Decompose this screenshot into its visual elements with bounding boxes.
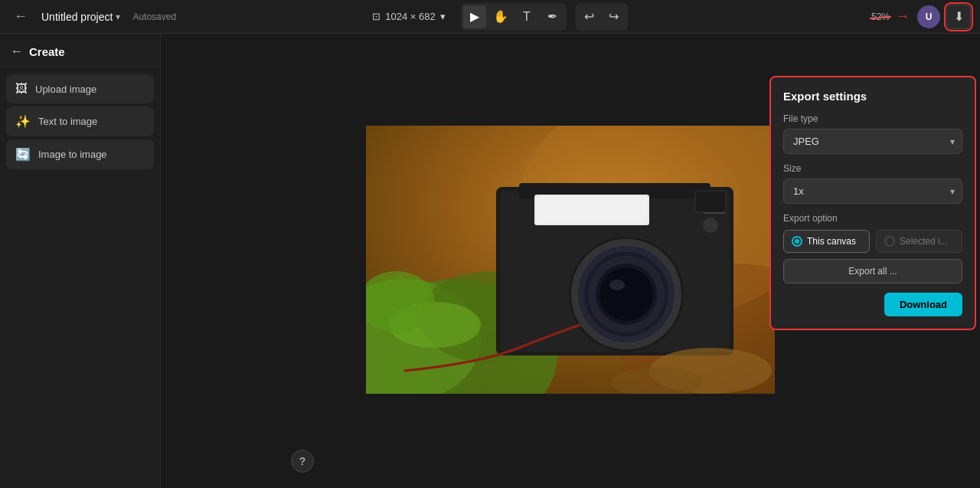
- size-select-wrapper: 0.5x 1x 2x 3x 4x ▾: [783, 178, 962, 204]
- topbar: ← Untitled project ▾ Autosaved ⊡ 1024 × …: [0, 0, 980, 34]
- image-to-image-label: Image to image: [38, 149, 107, 160]
- export-icon-button[interactable]: ⬇: [946, 5, 971, 29]
- topbar-center: ⊡ 1024 × 682 ▾ ▶ ✋ T ✒ ↩ ↪: [182, 3, 812, 31]
- history-group: ↩ ↪: [576, 3, 628, 31]
- arrow-right-icon: →: [896, 8, 910, 25]
- redo-button[interactable]: ↪: [603, 5, 626, 28]
- sidebar-header: ← Create: [0, 34, 160, 67]
- svg-rect-25: [695, 191, 726, 212]
- sidebar-header-label: Create: [29, 45, 65, 58]
- this-canvas-radio-icon: [792, 236, 802, 247]
- text-icon: T: [523, 10, 531, 24]
- file-type-select-wrapper: JPEG PNG WebP SVG ▾: [783, 129, 962, 154]
- sidebar-item-text-to-image[interactable]: ✨ Text to image: [6, 106, 154, 136]
- topbar-right: 52% → U ⬇: [818, 5, 971, 29]
- export-panel: Export settings File type JPEG PNG WebP …: [769, 76, 976, 330]
- zoom-level: 52%: [871, 11, 890, 22]
- resize-icon: ⊡: [372, 11, 381, 22]
- svg-rect-24: [703, 218, 718, 233]
- sidebar-item-image-to-image[interactable]: 🔄 Image to image: [6, 139, 154, 169]
- this-canvas-option[interactable]: This canvas: [783, 230, 870, 253]
- selected-label: Selected i...: [900, 236, 948, 247]
- undo-button[interactable]: ↩: [578, 5, 601, 28]
- autosaved-status: Autosaved: [132, 11, 176, 22]
- pan-icon: ✋: [493, 9, 508, 24]
- file-type-select[interactable]: JPEG PNG WebP SVG: [783, 129, 962, 154]
- canvas-image-container: [366, 126, 775, 396]
- back-button[interactable]: ←: [9, 5, 32, 28]
- download-label: Download: [900, 299, 947, 310]
- export-footer: Download: [783, 293, 962, 316]
- topbar-left: ← Untitled project ▾ Autosaved: [9, 5, 176, 28]
- pen-tool-button[interactable]: ✒: [541, 5, 564, 28]
- upload-image-icon: 🖼: [15, 82, 28, 96]
- avatar-initials: U: [926, 11, 933, 22]
- upload-image-label: Upload image: [35, 84, 96, 95]
- sidebar-item-upload-image[interactable]: 🖼 Upload image: [6, 74, 154, 103]
- pen-icon: ✒: [547, 9, 557, 24]
- size-label: Size: [783, 163, 962, 174]
- export-options-row: This canvas Selected i...: [783, 230, 962, 253]
- export-panel-title: Export settings: [783, 90, 962, 103]
- back-icon: ←: [14, 8, 28, 25]
- canvas-image: [366, 126, 775, 394]
- sidebar-items: 🖼 Upload image ✨ Text to image 🔄 Image t…: [0, 67, 160, 177]
- svg-point-21: [609, 280, 625, 290]
- create-back-icon: ←: [11, 44, 23, 58]
- tool-group: ▶ ✋ T ✒: [461, 3, 567, 31]
- export-all-button[interactable]: Export all ...: [783, 259, 962, 283]
- svg-rect-13: [536, 196, 648, 224]
- project-title-text: Untitled project: [41, 11, 113, 23]
- project-title-button[interactable]: Untitled project ▾: [37, 8, 125, 26]
- selected-option[interactable]: Selected i...: [876, 230, 962, 253]
- text-to-image-label: Text to image: [38, 116, 97, 127]
- file-type-label: File type: [783, 113, 962, 124]
- redo-icon: ↪: [609, 9, 619, 24]
- svg-point-20: [599, 267, 653, 321]
- size-select[interactable]: 0.5x 1x 2x 3x 4x: [783, 178, 962, 204]
- canvas-size-chevron-icon: ▾: [440, 11, 446, 22]
- text-to-image-icon: ✨: [15, 114, 31, 129]
- export-option-label: Export option: [783, 213, 962, 224]
- project-chevron-icon: ▾: [116, 11, 120, 22]
- pan-tool-button[interactable]: ✋: [489, 5, 512, 28]
- export-all-label: Export all ...: [848, 266, 897, 277]
- this-canvas-label: This canvas: [807, 236, 856, 247]
- user-avatar-button[interactable]: U: [917, 5, 940, 28]
- canvas-size-label: 1024 × 682: [385, 11, 435, 22]
- undo-icon: ↩: [584, 9, 594, 24]
- main-content: ← Create 🖼 Upload image ✨ Text to image …: [0, 34, 980, 488]
- text-tool-button[interactable]: T: [515, 5, 538, 28]
- help-button[interactable]: ?: [291, 450, 314, 473]
- download-icon: ⬇: [954, 9, 964, 24]
- selected-radio-icon: [884, 236, 895, 247]
- canvas-area[interactable]: ? Export settings File type JPEG PNG Web…: [161, 34, 980, 488]
- download-button[interactable]: Download: [884, 293, 962, 316]
- canvas-size-button[interactable]: ⊡ 1024 × 682 ▾: [366, 8, 451, 25]
- select-tool-button[interactable]: ▶: [463, 5, 486, 28]
- help-icon: ?: [299, 455, 306, 467]
- sidebar: ← Create 🖼 Upload image ✨ Text to image …: [0, 34, 161, 488]
- select-icon: ▶: [470, 9, 479, 24]
- image-to-image-icon: 🔄: [15, 147, 31, 162]
